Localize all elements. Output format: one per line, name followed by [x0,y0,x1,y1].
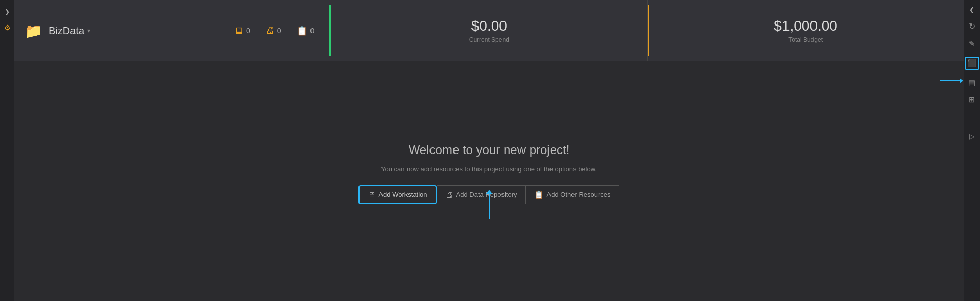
current-spend-amount: $0.00 [471,18,507,34]
pencil-icon[interactable]: ✎ [969,39,975,48]
group-right-icon[interactable]: ⊞ [969,95,975,104]
repository-count: 🖨 0 [266,26,281,36]
expand-arrow-icon[interactable]: ❮ [969,6,974,13]
left-sidebar: ❯ ⚙ [0,0,14,301]
current-spend-section: $0.00 Current Spend [331,0,648,61]
refresh-icon[interactable]: ↻ [969,21,975,31]
add-workstation-button[interactable]: 🖥 Add Workstation [358,185,436,204]
add-data-repository-button[interactable]: 🖨 Add Data Repository [437,185,526,204]
add-repository-icon: 🖨 [445,190,453,199]
other-icon: 📋 [297,26,307,36]
total-budget-section: $1,000.00 Total Budget [648,0,964,61]
workstation-count: 🖥 0 [234,26,250,36]
add-other-label: Add Other Resources [547,191,611,198]
total-budget-label: Total Budget [788,36,823,43]
header-bar: 📁 BizData ▾ 🖥 0 🖨 0 📋 0 $0.00 Current Sp… [14,0,964,61]
other-count-value: 0 [310,27,315,35]
blue-up-arrow-annotation [486,214,492,219]
budget-bar [648,5,649,56]
server-right-icon[interactable]: ▤ [968,78,975,87]
folder-right-icon[interactable]: ▷ [969,132,975,140]
monitor-right-icon[interactable]: ⬛ [965,57,979,70]
project-section: 📁 BizData ▾ [14,0,219,61]
workstation-icon: 🖥 [234,26,243,36]
add-other-resources-button[interactable]: 📋 Add Other Resources [526,185,619,204]
workstation-count-value: 0 [246,27,250,35]
welcome-title: Welcome to your new project! [409,143,570,157]
arrow-line-vertical [489,194,490,219]
other-count: 📋 0 [297,26,315,36]
right-sidebar: ❮ ↻ ✎ ⬛ ▤ ⊞ ▷ [964,0,980,301]
add-workstation-icon: 🖥 [368,190,375,199]
collapse-arrow-icon[interactable]: ❯ [5,8,10,15]
settings-icon[interactable]: ⚙ [4,23,11,32]
add-workstation-label: Add Workstation [378,191,427,198]
add-other-icon: 📋 [534,190,544,199]
folder-icon: 📁 [25,22,42,39]
project-dropdown-icon[interactable]: ▾ [87,27,90,34]
repository-icon: 🖨 [266,26,274,36]
main-content: Welcome to your new project! You can now… [14,61,964,301]
project-name[interactable]: BizData [49,25,84,37]
resource-icons-section: 🖥 0 🖨 0 📋 0 [219,0,329,61]
welcome-subtitle: You can now add resources to this projec… [381,165,597,173]
total-budget-amount: $1,000.00 [774,18,838,34]
arrow-head-up [486,190,492,194]
current-spend-label: Current Spend [469,36,509,43]
repository-count-value: 0 [277,27,281,35]
